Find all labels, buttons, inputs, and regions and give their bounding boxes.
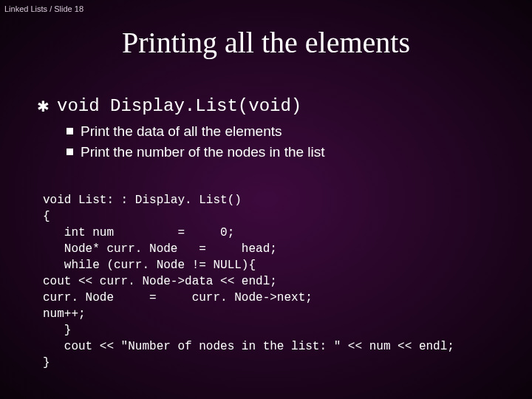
star-bullet-icon: ✱ bbox=[37, 96, 50, 117]
outline-l2-text: Print the number of the nodes in the lis… bbox=[81, 143, 325, 161]
outline-level1: ✱ void Display.List(void) bbox=[37, 96, 510, 117]
outline-l1-text: void Display.List(void) bbox=[57, 96, 301, 117]
outline: ✱ void Display.List(void) Print the data… bbox=[37, 96, 510, 164]
square-bullet-icon bbox=[66, 149, 73, 155]
breadcrumb: Linked Lists / Slide 18 bbox=[4, 4, 83, 13]
outline-level2-item: Print the number of the nodes in the lis… bbox=[66, 143, 510, 161]
square-bullet-icon bbox=[66, 128, 73, 134]
outline-level2-item: Print the data of all the elements bbox=[66, 123, 510, 140]
outline-l2-text: Print the data of all the elements bbox=[81, 123, 282, 140]
code-block: void List: : Display. List() { int num =… bbox=[43, 192, 517, 371]
slide-title: Printing all the elements bbox=[0, 25, 532, 60]
